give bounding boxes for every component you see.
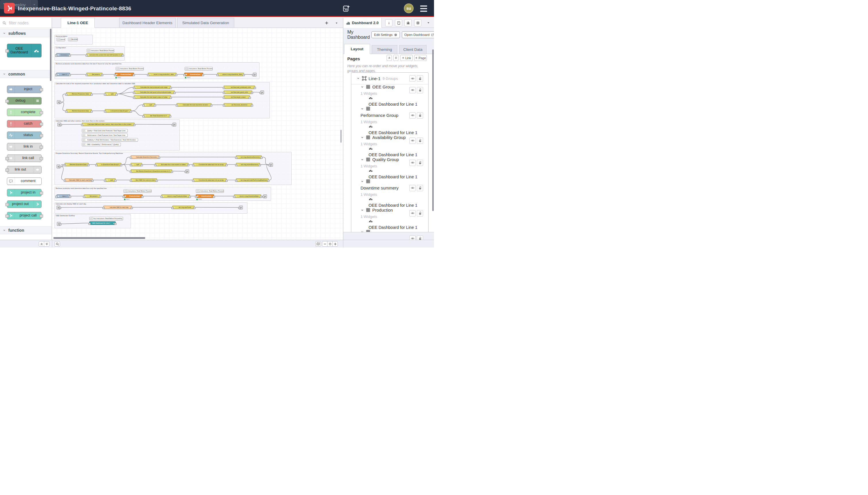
- lock-toggle-button[interactable]: [417, 160, 423, 166]
- node-cds6[interactable]: fCalculate Downtime Summery: [131, 155, 159, 159]
- node-output-port[interactable]: [60, 124, 62, 126]
- node-lic[interactable]: License: [56, 38, 65, 41]
- node-output-port[interactable]: [187, 164, 189, 166]
- node-output-port[interactable]: [101, 74, 103, 76]
- canvas-vertical-scrollbar[interactable]: [341, 130, 342, 143]
- node-dd7[interactable]: DowntimeData: [196, 194, 214, 198]
- node-output-port[interactable]: [248, 97, 251, 99]
- visibility-toggle-button[interactable]: [409, 87, 416, 93]
- node-c5b[interactable]: Performance = Total Produced Units / Tot…: [82, 134, 128, 137]
- tree-widget-oee-dashboard[interactable]: OEE Dashboard for Line 1: [351, 146, 428, 157]
- node-input-port[interactable]: [223, 87, 225, 89]
- node-output-port[interactable]: [189, 196, 191, 198]
- node-srd6[interactable]: set msg.recentDowntime: [236, 163, 260, 166]
- node-input-port[interactable]: [142, 116, 145, 117]
- node-output-port[interactable]: [210, 104, 212, 106]
- tree-group-production[interactable]: Production1 Widgets: [351, 208, 428, 219]
- node-output-port[interactable]: [69, 196, 71, 198]
- palette-node-link-in[interactable]: link in: [7, 143, 41, 151]
- node-std3[interactable]: store in msg.downtime_data: [217, 73, 244, 76]
- node-pd3[interactable]: ProductionData: [115, 73, 134, 76]
- node-input-port[interactable]: [133, 97, 135, 99]
- node-sp6[interactable]: split: [131, 163, 142, 166]
- palette-search-input[interactable]: [8, 20, 47, 25]
- node-output-port[interactable]: [251, 104, 253, 106]
- node-stp3[interactable]: store in msg.production_data: [148, 73, 176, 76]
- palette-node-debug[interactable]: debug: [7, 97, 41, 104]
- lock-toggle-button[interactable]: [417, 87, 423, 93]
- tab-dashboard-2[interactable]: Dashboard 2.0: [343, 18, 382, 28]
- visibility-toggle-button[interactable]: [409, 75, 416, 82]
- node-input-port[interactable]: [83, 196, 85, 198]
- node-input-port[interactable]: [65, 110, 67, 113]
- node-lo4[interactable]: [260, 90, 264, 94]
- node-output-port[interactable]: [154, 104, 156, 106]
- node-li6[interactable]: [56, 165, 60, 168]
- node-output-port[interactable]: [202, 74, 204, 76]
- node-input-port[interactable]: [238, 207, 241, 209]
- node-output-port[interactable]: [59, 102, 62, 104]
- visibility-toggle-button[interactable]: [409, 112, 416, 119]
- node-rdm[interactable]: README: [68, 38, 78, 41]
- node-str8[interactable]: set msg.oeeTrend: [172, 206, 195, 209]
- visibility-toggle-button[interactable]: [409, 210, 416, 217]
- open-dashboard-button[interactable]: Open Dashboard: [402, 31, 434, 38]
- node-input-port[interactable]: [262, 196, 265, 198]
- add-flow-button[interactable]: [323, 19, 330, 27]
- node-output-port[interactable]: [170, 97, 172, 99]
- node-output-port[interactable]: [87, 164, 90, 166]
- node-li8[interactable]: [56, 206, 60, 209]
- node-sds6[interactable]: set msg.downtimeSummery: [236, 155, 262, 159]
- node-input-port[interactable]: [130, 164, 132, 166]
- node-input-port[interactable]: [133, 87, 135, 89]
- help-icon[interactable]: [395, 19, 402, 27]
- palette-node-project-call[interactable]: project call: [7, 212, 41, 219]
- node-output-port[interactable]: [141, 196, 143, 198]
- node-st40[interactable]: Set Total Downtime to 0: [143, 114, 171, 117]
- inject-button[interactable]: [55, 195, 57, 198]
- lock-toggle-button[interactable]: [417, 75, 423, 82]
- node-lo3[interactable]: [253, 73, 257, 76]
- node-input-port[interactable]: [216, 74, 219, 76]
- node-sr6[interactable]: Set Recent Downtime & Downtime summary t…: [131, 169, 172, 173]
- node-output-port[interactable]: [40, 111, 43, 114]
- sidebar-scrollbar[interactable]: [432, 49, 434, 211]
- node-input-port[interactable]: [86, 54, 88, 56]
- add-page-button[interactable]: Page: [414, 55, 427, 61]
- node-s4a[interactable]: split: [105, 92, 117, 96]
- sidebar-caret-icon[interactable]: [425, 19, 432, 27]
- palette-node-catch[interactable]: catch: [7, 120, 41, 127]
- node-input-port[interactable]: [64, 180, 66, 182]
- tree-group-availability-group[interactable]: Availability Group1 Widgets: [351, 135, 428, 146]
- node-output-port[interactable]: [171, 171, 173, 173]
- node-output-port[interactable]: [40, 123, 43, 126]
- node-st43[interactable]: set flow.target_output: [224, 95, 250, 99]
- tree-widget-oee-dashboard[interactable]: OEE Dashboard for Line 1: [351, 219, 428, 230]
- zoom-in-button[interactable]: [332, 241, 338, 246]
- node-c42[interactable]: Calculate the total good units produced …: [134, 90, 175, 94]
- node-input-port[interactable]: [268, 164, 271, 166]
- palette-node-status[interactable]: status: [7, 132, 41, 139]
- node-c7a[interactable]: Key Instructions: Read Before Proceeding: [123, 189, 152, 193]
- node-c5d[interactable]: OEE = (Availability) * (Performance) * (…: [82, 143, 121, 146]
- node-output-port[interactable]: [69, 74, 71, 76]
- node-input-port[interactable]: [195, 196, 197, 198]
- node-input-port[interactable]: [223, 97, 225, 99]
- node-output-port[interactable]: [40, 215, 43, 218]
- node-input-port[interactable]: [223, 104, 225, 106]
- node-output-port[interactable]: [40, 157, 43, 160]
- node-output-port[interactable]: [225, 180, 228, 182]
- node-output-port[interactable]: [260, 157, 263, 159]
- node-std7[interactable]: store in msg.DowntimeData: [234, 194, 261, 198]
- node-input-port[interactable]: [5, 169, 9, 172]
- palette-node-project-in[interactable]: project in: [7, 189, 41, 197]
- node-output-port[interactable]: [90, 110, 93, 113]
- node-output-port[interactable]: [59, 166, 61, 168]
- palette-collapse-all-button[interactable]: [39, 241, 44, 246]
- node-output-port[interactable]: [156, 180, 158, 182]
- node-ie6[interactable]: Is Downtime Data Empty?: [96, 163, 121, 166]
- tree-widget-oee-dashboard[interactable]: OEE Dashboard for Line 1: [351, 124, 428, 135]
- node-so6[interactable]: Sort data from most recent to oldest: [155, 163, 189, 166]
- flow-list-caret-icon[interactable]: [333, 19, 340, 27]
- node-stp7[interactable]: store in msg.ProductionData: [161, 194, 190, 198]
